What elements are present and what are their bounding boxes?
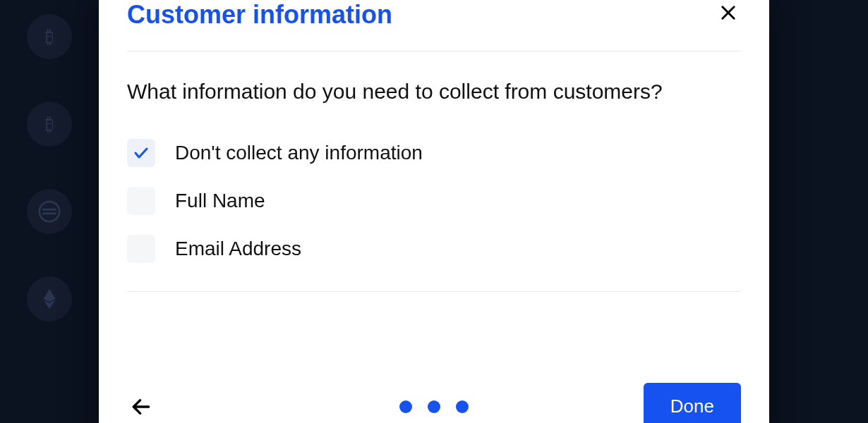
checkbox[interactable] [127, 187, 155, 215]
divider [127, 291, 741, 292]
dai-icon [27, 189, 72, 234]
bitcoin-icon: ₿ [27, 14, 72, 59]
page-dot [456, 400, 469, 413]
option-label: Full Name [175, 190, 265, 212]
bitcoin-icon: ₿ [27, 102, 72, 147]
svg-text:₿: ₿ [45, 27, 54, 47]
options-list: Don't collect any information Full Name … [127, 139, 741, 263]
svg-point-2 [40, 202, 59, 221]
background-crypto-icons: ₿ ₿ [0, 0, 99, 423]
page-dot [428, 400, 440, 413]
checkbox[interactable] [127, 235, 155, 263]
check-icon [133, 145, 150, 161]
page-dot [399, 400, 412, 413]
customer-info-modal: Customer information What information do… [99, 0, 769, 423]
option-full-name[interactable]: Full Name [127, 187, 741, 215]
divider [127, 51, 741, 51]
done-button[interactable]: Done [644, 383, 741, 423]
close-icon[interactable] [716, 0, 741, 29]
checkbox[interactable] [127, 139, 155, 167]
modal-question: What information do you need to collect … [127, 80, 741, 104]
arrow-left-icon [130, 396, 152, 418]
option-email[interactable]: Email Address [127, 235, 741, 263]
back-button[interactable] [127, 393, 155, 421]
option-label: Email Address [175, 238, 301, 260]
ethereum-icon [27, 276, 72, 321]
page-indicator [399, 400, 469, 413]
option-label: Don't collect any information [175, 142, 423, 164]
svg-text:₿: ₿ [45, 114, 54, 134]
option-no-info[interactable]: Don't collect any information [127, 139, 741, 167]
modal-header: Customer information [127, 0, 741, 30]
modal-footer: Done [127, 362, 741, 423]
modal-title: Customer information [127, 0, 392, 30]
